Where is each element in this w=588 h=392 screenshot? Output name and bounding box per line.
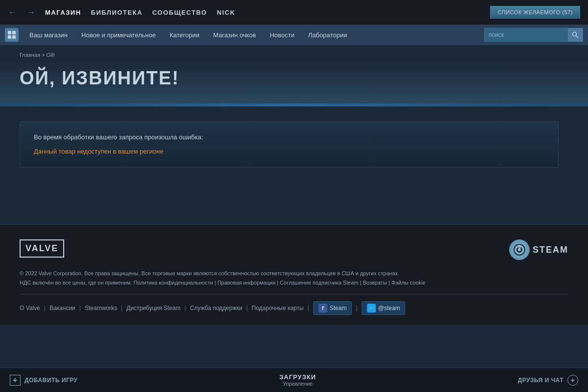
footer-nav-gift[interactable]: Подарочные карты	[252, 305, 304, 312]
back-button[interactable]: ←	[8, 7, 17, 18]
svg-point-4	[573, 32, 577, 36]
twitter-label: @steam	[378, 305, 400, 312]
footer-nav-sep-2: |	[79, 305, 81, 312]
friends-chat-button[interactable]: ДРУЗЬЯ И ЧАТ +	[518, 375, 578, 386]
nav-news[interactable]: Новости	[264, 28, 300, 42]
forward-button[interactable]: →	[26, 7, 35, 18]
steam-logo: STEAM	[509, 239, 568, 260]
footer-privacy-link[interactable]: Политика конфиденциальности	[133, 280, 213, 286]
add-game-icon: +	[10, 375, 21, 386]
wishlist-button[interactable]: СПИСОК ЖЕЛАЕМОГО (57)	[490, 6, 580, 19]
footer-nav-valve[interactable]: О Valve	[20, 305, 40, 312]
nav-points-shop[interactable]: Магазин очков	[207, 28, 262, 42]
twitter-steam-link[interactable]: 🐦 @steam	[362, 301, 406, 315]
add-game-label: ДОБАВИТЬ ИГРУ	[24, 377, 78, 384]
footer-divider	[20, 294, 568, 294]
steam-logo-icon	[509, 239, 530, 260]
breadcrumb-separator: >	[42, 52, 46, 58]
store-icon	[5, 28, 19, 42]
bottom-bar: + ДОБАВИТЬ ИГРУ ЗАГРУЗКИ Управление ДРУЗ…	[0, 367, 588, 392]
footer-nav-jobs[interactable]: Вакансии	[49, 305, 75, 312]
svg-rect-2	[8, 35, 11, 39]
svg-line-5	[576, 36, 579, 38]
top-nav: ← → МАГАЗИН БИБЛИОТЕКА СООБЩЕСТВО NICK С…	[0, 0, 588, 25]
footer-subscriber-link[interactable]: Соглашение подписчика Steam	[280, 280, 358, 286]
nav-labs[interactable]: Лаборатории	[302, 28, 353, 42]
footer-top: VALVE STEAM	[20, 239, 568, 260]
nav-new-noteworthy[interactable]: Новое и примечательное	[75, 28, 162, 42]
breadcrumb-current: Ой!	[46, 52, 55, 58]
add-game-button[interactable]: + ДОБАВИТЬ ИГРУ	[10, 375, 78, 386]
svg-rect-0	[8, 31, 11, 34]
footer-nav-support[interactable]: Служба поддержки	[190, 305, 243, 312]
friends-label: ДРУЗЬЯ И ЧАТ	[518, 377, 564, 384]
svg-rect-1	[12, 31, 16, 34]
footer-cookies-link[interactable]: Файлы cookie	[392, 280, 426, 286]
valve-logo: VALVE	[20, 239, 64, 258]
bottom-center: ЗАГРУЗКИ Управление	[78, 373, 518, 387]
footer-nav-sep-6: |	[308, 305, 309, 312]
friends-icon: +	[567, 375, 578, 386]
nav-store[interactable]: МАГАЗИН	[45, 9, 81, 16]
footer-copyright: © 2022 Valve Corporation. Все права защи…	[20, 269, 568, 287]
manage-label: Управление	[283, 381, 313, 387]
twitter-icon: 🐦	[367, 304, 376, 313]
page-title-area: ОЙ, ИЗВИНИТЕ!	[0, 61, 588, 104]
error-link[interactable]: Данный товар недоступен в вашем регионе	[34, 148, 163, 155]
breadcrumb-area: Главная > Ой!	[0, 45, 588, 61]
error-description: Во время обработки вашего запроса произо…	[34, 133, 544, 141]
facebook-icon: f	[318, 304, 327, 313]
nav-community[interactable]: СООБЩЕСТВО	[152, 9, 207, 16]
footer: VALVE STEAM © 2022 Valve Corporation. Вс…	[0, 224, 588, 325]
footer-refunds-link[interactable]: Возвраты	[363, 280, 387, 286]
main-content: Во время обработки вашего запроса произо…	[0, 106, 588, 185]
footer-nav-distribution[interactable]: Дистрибуция Steam	[126, 305, 180, 312]
search-button[interactable]	[568, 28, 583, 42]
search-input[interactable]	[485, 29, 568, 40]
nav-your-store[interactable]: Ваш магазин	[24, 28, 74, 42]
breadcrumb: Главная > Ой!	[20, 52, 568, 58]
footer-nav-steamworks[interactable]: Steamworks	[85, 305, 117, 312]
steam-text: STEAM	[533, 245, 568, 255]
footer-nav-sep-7: |	[356, 305, 357, 312]
content-spacer	[0, 185, 588, 224]
footer-nav-sep-1: |	[44, 305, 46, 312]
svg-rect-3	[12, 35, 16, 39]
facebook-label: Steam	[330, 305, 347, 312]
nav-categories[interactable]: Категории	[164, 28, 205, 42]
nav-library[interactable]: БИБЛИОТЕКА	[91, 9, 143, 16]
footer-legal-link[interactable]: Правовая информация	[218, 280, 275, 286]
error-box: Во время обработки вашего запроса произо…	[20, 121, 559, 168]
search-box	[484, 28, 583, 42]
downloads-label[interactable]: ЗАГРУЗКИ	[279, 373, 316, 381]
footer-links: О Valve | Вакансии | Steamworks | Дистри…	[20, 301, 568, 315]
nav-user[interactable]: NICK	[217, 9, 236, 16]
breadcrumb-home[interactable]: Главная	[20, 52, 40, 58]
footer-nav-sep-5: |	[246, 305, 247, 312]
footer-nav-sep-4: |	[185, 305, 186, 312]
footer-nav-sep-3: |	[121, 305, 122, 312]
store-nav: Ваш магазин Новое и примечательное Катег…	[0, 25, 588, 45]
facebook-steam-link[interactable]: f Steam	[313, 301, 352, 315]
page-title: ОЙ, ИЗВИНИТЕ!	[20, 68, 568, 89]
